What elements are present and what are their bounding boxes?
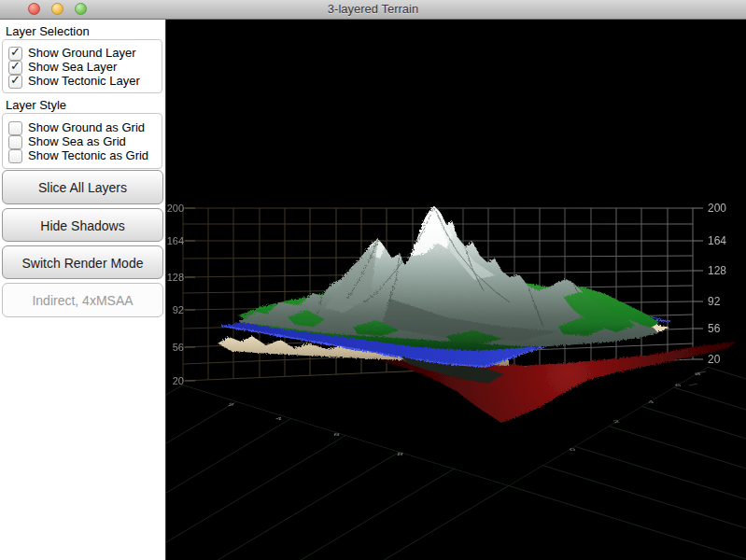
layer-style-group: Show Ground as Grid Show Sea as Grid Sho…: [2, 113, 162, 169]
svg-text:128: 128: [167, 272, 184, 283]
svg-text:4: 4: [274, 416, 282, 421]
svg-text:200: 200: [167, 203, 184, 214]
hide-shadows-button[interactable]: Hide Shadows: [2, 208, 163, 242]
show-ground-as-grid-checkbox[interactable]: [8, 121, 22, 135]
svg-text:164: 164: [167, 235, 184, 246]
switch-render-mode-button[interactable]: Switch Render Mode: [2, 245, 163, 279]
svg-text:128: 128: [708, 264, 726, 277]
check-icon: ✓: [10, 59, 21, 73]
checkbox-label: Show Ground as Grid: [28, 121, 145, 134]
layer-style-heading: Layer Style: [6, 98, 66, 112]
show-tectonic-as-grid-checkbox[interactable]: [8, 149, 22, 163]
checkbox-label: Show Tectonic Layer: [28, 75, 140, 88]
svg-text:56: 56: [708, 322, 721, 335]
svg-text:8: 8: [396, 452, 403, 456]
svg-text:92: 92: [173, 304, 184, 315]
svg-text:0: 0: [568, 447, 577, 452]
svg-text:2: 2: [227, 402, 234, 407]
window-title: 3-layered Terrain: [0, 0, 746, 19]
checkbox-label: Show Tectonic as Grid: [28, 149, 148, 162]
show-tectonic-layer-checkbox[interactable]: ✓: [8, 75, 22, 89]
svg-text:4: 4: [646, 399, 655, 404]
right-axis-ticks: [689, 208, 706, 385]
check-icon: ✓: [10, 73, 21, 87]
show-sea-as-grid-checkbox[interactable]: [8, 135, 22, 149]
render-mode-status: Indirect, 4xMSAA: [2, 283, 163, 317]
checkbox-label: Show Sea Layer: [28, 61, 117, 74]
svg-text:92: 92: [708, 295, 721, 308]
slice-all-layers-button[interactable]: Slice All Layers: [2, 170, 163, 204]
left-axis-ticks: [185, 208, 195, 381]
svg-text:56: 56: [173, 342, 184, 353]
right-axis-labels: 200 164 128 92 56 20: [708, 202, 726, 366]
terrain-render-canvas[interactable]: 2 4 6 8 8 6 4 2 0: [166, 19, 746, 560]
svg-text:6: 6: [332, 432, 340, 437]
svg-text:20: 20: [173, 375, 184, 386]
app-window: { "window": { "title": "3-layered Terrai…: [0, 0, 746, 560]
checkbox-label: Show Sea as Grid: [28, 135, 126, 148]
control-sidebar: Layer Selection ✓ Show Ground Layer ✓ Sh…: [0, 19, 166, 560]
title-bar[interactable]: 3-layered Terrain: [0, 0, 746, 20]
svg-text:200: 200: [708, 202, 726, 215]
layer-selection-heading: Layer Selection: [6, 24, 90, 38]
terrain-3d-view[interactable]: 2 4 6 8 8 6 4 2 0: [166, 19, 746, 560]
left-axis-labels: 200 164 128 92 56 20: [167, 203, 184, 386]
layer-selection-group: ✓ Show Ground Layer ✓ Show Sea Layer ✓ S…: [2, 39, 162, 93]
check-icon: ✓: [10, 45, 21, 59]
checkbox-label: Show Ground Layer: [28, 47, 136, 60]
svg-text:164: 164: [708, 234, 726, 247]
svg-text:20: 20: [708, 353, 721, 366]
